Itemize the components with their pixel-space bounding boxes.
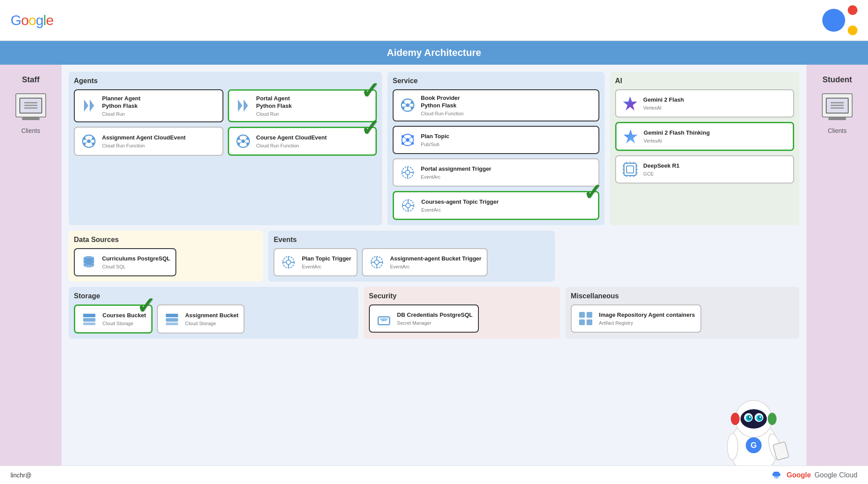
svg-rect-97 — [587, 319, 592, 325]
misc-cards: Image Repository Agent containers Artifa… — [571, 304, 794, 333]
svg-line-29 — [409, 106, 411, 107]
assignment-bucket-trigger-icon — [368, 253, 386, 271]
svg-rect-55 — [627, 166, 634, 173]
service-cards: Book ProviderPython Flask Cloud Run Func… — [393, 89, 599, 220]
row-3: Storage Courses Bucket — [69, 287, 799, 339]
svg-point-25 — [411, 106, 413, 109]
ai-section: AI — [610, 72, 799, 225]
gemini-flash-title: Gemini 2 Flash — [643, 96, 788, 104]
svg-rect-54 — [624, 163, 636, 176]
gemini-flash-icon — [621, 95, 639, 112]
dot-red — [848, 5, 857, 15]
svg-line-26 — [405, 103, 406, 104]
assistant-icon — [822, 5, 857, 35]
gemini-thinking-card: Gemini 2 Flash Thinking VertexAI — [615, 122, 794, 151]
svg-point-2 — [83, 137, 86, 140]
svg-point-107 — [749, 416, 751, 418]
curriculums-title: Curriculums PostgreSQL — [102, 255, 170, 263]
svg-line-6 — [86, 139, 87, 140]
courses-bucket-title: Courses Bucket — [102, 312, 146, 319]
gemini-flash-card: Gemini 2 Flash VertexAI — [615, 89, 794, 117]
data-sources-section: Data Sources — [69, 231, 263, 282]
data-sources-title: Data Sources — [74, 236, 258, 244]
staff-clients-label: Clients — [22, 127, 40, 134]
portal-cloud-run-icon — [234, 97, 252, 114]
deepseek-title: DeepSeek R1 — [643, 162, 788, 170]
courses-agent-topic-card: Courses-agent Topic Trigger EventArc ✓ — [393, 191, 599, 220]
assignment-bucket-subtitle: Cloud Storage — [185, 321, 238, 326]
storage-cards: Courses Bucket Cloud Storage ✓ — [74, 304, 353, 334]
artifact-registry-icon — [577, 310, 594, 327]
svg-point-80 — [375, 260, 379, 264]
svg-point-12 — [237, 137, 240, 140]
portal-agent-card: Portal AgentPython Flask Cloud Run ✓ — [228, 89, 377, 122]
svg-point-22 — [402, 101, 405, 104]
svg-point-14 — [237, 143, 240, 145]
deepseek-subtitle: GCE — [643, 171, 788, 176]
svg-line-28 — [405, 106, 406, 107]
svg-text:***: *** — [381, 319, 387, 324]
courses-agent-topic-title: Courses-agent Topic Trigger — [421, 198, 593, 206]
course-agent-title: Course Agent CloudEvent — [256, 134, 371, 142]
user-email: linchr@ — [11, 472, 32, 479]
svg-rect-87 — [83, 323, 95, 325]
cloud-run-icon — [80, 97, 98, 114]
assignment-agent-card: Assignment Agent CloudEvent Cloud Run Fu… — [74, 127, 223, 156]
gemini-thinking-subtitle: VertexAI — [644, 138, 788, 143]
svg-line-36 — [404, 137, 406, 139]
svg-point-24 — [402, 106, 405, 109]
row-1: Agents Planner AgentPython Flask Cloud — [69, 72, 799, 225]
staff-panel: Staff Clients — [0, 65, 62, 484]
misc-section: Miscellaneous Image Repositor — [565, 287, 799, 339]
svg-point-35 — [411, 142, 414, 145]
title-banner: Aidemy Architecture — [0, 41, 868, 65]
svg-line-8 — [86, 142, 87, 143]
svg-point-5 — [92, 143, 95, 145]
security-title: Security — [369, 292, 555, 300]
plan-topic-trigger-title: Plan Topic Trigger — [302, 255, 351, 263]
svg-line-39 — [409, 141, 411, 143]
assignment-bucket-card: Assignment Bucket Cloud Storage — [157, 304, 244, 334]
assignment-bucket-title: Assignment Bucket — [185, 312, 238, 319]
image-repo-title: Image Repository Agent containers — [599, 312, 695, 319]
svg-point-110 — [768, 413, 777, 425]
svg-point-72 — [84, 263, 94, 268]
agents-section: Agents Planner AgentPython Flask Cloud — [69, 72, 382, 225]
courses-bucket-subtitle: Cloud Storage — [102, 321, 146, 326]
robot-illustration: G — [710, 381, 798, 478]
dot-yellow — [848, 26, 857, 35]
svg-marker-53 — [624, 129, 638, 143]
svg-point-109 — [731, 413, 740, 425]
svg-point-33 — [411, 135, 414, 138]
svg-point-74 — [286, 260, 291, 264]
student-clients-label: Clients — [828, 127, 847, 134]
svg-point-3 — [92, 137, 95, 140]
db-credentials-title: DB Credentials PostgreSQL — [397, 312, 473, 319]
center-area: Agents Planner AgentPython Flask Cloud — [62, 65, 806, 484]
svg-point-34 — [401, 142, 404, 145]
gemini-thinking-title: Gemini 2 Flash Thinking — [644, 129, 788, 137]
svg-rect-86 — [83, 318, 95, 322]
planner-agent-title: Planner AgentPython Flask — [102, 95, 217, 110]
course-agent-subtitle: Cloud Run Function — [256, 143, 371, 148]
portal-assignment-title: Portal assignment Trigger — [421, 165, 593, 173]
book-provider-card: Book ProviderPython Flask Cloud Run Func… — [393, 89, 599, 121]
svg-rect-95 — [587, 312, 592, 318]
svg-line-16 — [240, 139, 241, 140]
planner-agent-card: Planner AgentPython Flask Cloud Run — [74, 89, 223, 122]
plan-topic-subtitle: Pub/Sub — [421, 142, 593, 147]
svg-text:G: G — [751, 441, 757, 450]
portal-trigger-icon — [399, 164, 416, 181]
svg-rect-89 — [166, 318, 178, 322]
svg-point-11 — [241, 139, 245, 143]
events-title: Events — [274, 236, 550, 244]
staff-label: Staff — [22, 75, 40, 84]
row-2: Data Sources — [69, 231, 799, 282]
ai-cards: Gemini 2 Flash VertexAI — [615, 89, 794, 183]
svg-line-27 — [409, 103, 411, 104]
service-title: Service — [393, 77, 599, 85]
google-cloud-logo: Google Google Cloud — [769, 469, 857, 481]
svg-point-41 — [405, 170, 410, 175]
agents-cards: Planner AgentPython Flask Cloud Run — [74, 89, 377, 156]
storage-title: Storage — [74, 292, 353, 300]
